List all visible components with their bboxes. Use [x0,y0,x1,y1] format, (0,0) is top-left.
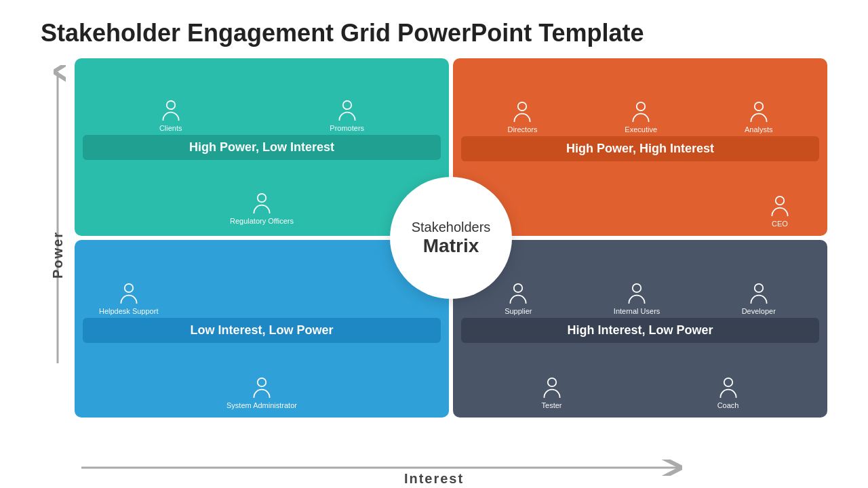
stakeholders-matrix-circle: Stakeholders Matrix [390,177,512,299]
icon-coach: Coach [717,377,739,409]
icon-clients: Clients [159,100,182,132]
svg-point-11 [633,283,641,291]
icon-ceo: CEO [770,195,789,228]
svg-point-8 [124,283,132,291]
svg-point-5 [637,102,645,110]
y-axis-label: Power [50,231,66,279]
svg-point-9 [258,378,266,386]
x-axis: Interest [75,418,827,451]
svg-point-1 [166,100,174,108]
cell-header-br: High Interest, Low Power [461,318,819,343]
cell-high-power-low-interest: Clients Promoters High P [75,58,449,236]
icon-tester: Tester [542,377,562,409]
icon-supplier: Supplier [505,283,532,315]
svg-point-4 [518,102,526,110]
page-title: Stakeholder Engagement Grid PowerPoint T… [0,0,868,58]
icon-promoters: Promoters [330,100,364,132]
icon-developer: Developer [742,283,776,315]
svg-point-10 [514,283,522,291]
icon-directors: Directors [507,101,537,134]
icon-analysts: Analysts [745,101,773,134]
svg-point-7 [776,197,784,205]
circle-label-bottom: Matrix [423,235,479,257]
svg-point-13 [547,378,555,386]
cell-high-interest-low-power: Supplier Internal Users [453,240,827,418]
y-axis-arrow-icon [50,65,66,377]
cell-low-interest-low-power: Helpdesk Support Low Interest, Low Power [75,240,449,418]
svg-point-2 [342,100,351,108]
svg-point-3 [258,194,266,202]
icon-internal-users: Internal Users [614,283,660,315]
icon-executive: Executive [625,101,657,134]
cell-header-tr: High Power, High Interest [461,136,819,161]
cell-high-power-high-interest: Directors Executive [453,58,827,236]
icon-sysadmin: System Administrator [226,377,297,409]
svg-point-12 [754,283,762,291]
icon-helpdesk: Helpdesk Support [99,283,158,315]
x-axis-label: Interest [404,471,464,487]
cell-header-bl: Low Interest, Low Power [83,318,441,343]
svg-point-6 [754,102,762,110]
icon-regulatory-officers: Regulatory Officers [230,192,294,225]
circle-label-top: Stakeholders [412,220,491,235]
x-axis-arrow-icon [75,460,685,476]
cell-header-tl: High Power, Low Interest [83,135,441,160]
svg-point-14 [724,378,732,386]
y-axis: Power [41,58,75,451]
